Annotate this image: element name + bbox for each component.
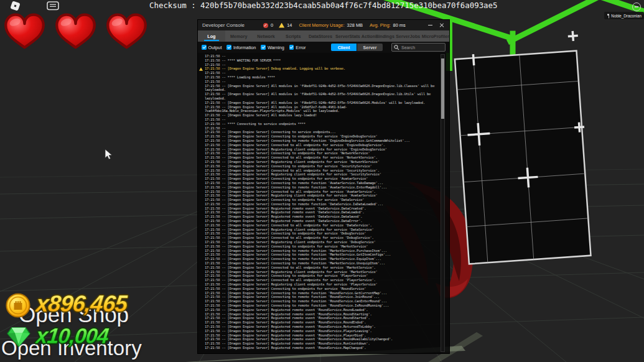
tab-network[interactable]: Network [253, 30, 280, 42]
memory-usage-value: 328 MB [347, 22, 363, 28]
log-row: 17:21:58 -- **** WAITING FOR SERVER **** [205, 58, 439, 63]
player-name: Noble_Draconian [611, 14, 642, 18]
tab-label: ServerJobs [396, 34, 420, 39]
tab-actionbindings[interactable]: ActionBindings [362, 30, 394, 42]
log-row: 17:21:58 -- [Dragon Engine Server] Conne… [205, 151, 439, 155]
tab-label: Log [207, 34, 215, 39]
log-row: 17:21:58 -- [Dragon Engine Server] Regis… [205, 325, 439, 329]
log-row: 17:21:58 -- [Dragon Engine Server] All m… [205, 101, 439, 105]
log-row: 17:21:58 -- [Dragon Engine Server] Regis… [205, 160, 439, 164]
log-row: 17:21:58 -- [Dragon Engine Server] Conne… [205, 291, 439, 295]
player-list-entry[interactable]: Noble_Draconian [604, 12, 644, 19]
log-filters: OutputInformationWarningError [202, 45, 306, 50]
log-row: 17:21:58 -- [Dragon Engine Server] Regis… [205, 193, 439, 198]
log-row: 17:21:58 -- [Dragon Engine Server] Conne… [205, 190, 439, 194]
error-count-icon [263, 23, 268, 28]
builder-hammer-icon [607, 13, 609, 19]
log-row: 17:21:58 -- [Dragon Engine Server] All m… [205, 105, 439, 114]
log-row: 17:21:58 -- **** Loading modules **** [205, 75, 439, 80]
filter-information[interactable]: Information [226, 45, 256, 50]
log-row: 17:21:58 -- [Dragon Engine Server] Regis… [205, 282, 439, 287]
log-row: 17:21:58 -- [Dragon Engine Server] Conne… [205, 253, 439, 257]
console-status: 0 14 Client Memory Usage: 328 MB Avg. Pi… [263, 22, 406, 28]
client-button[interactable]: Client [331, 44, 357, 51]
log-row: 17:21:58 -- [205, 54, 439, 58]
server-button[interactable]: Server [357, 44, 383, 51]
log-row: 17:21:58 -- [Dragon Engine Server] Regis… [205, 207, 439, 211]
search-input[interactable]: Search [391, 43, 446, 52]
chat-icon[interactable] [47, 1, 60, 14]
tab-serverstats[interactable]: ServerStats [334, 30, 362, 42]
log-list: 17:21:58 --17:21:58 -- **** WAITING FOR … [198, 53, 449, 350]
console-title-bar[interactable]: Developer Console 0 14 Client Memory Usa… [198, 20, 449, 30]
log-row: 17:21:58 -- [Dragon Engine Server] Regis… [205, 240, 439, 244]
coin-icon [6, 293, 30, 318]
memory-usage-label: Client Memory Usage: [299, 22, 344, 28]
tab-log[interactable]: Log [198, 30, 225, 42]
log-row: 17:21:58 -- [Dragon Engine Server] All m… [205, 92, 439, 101]
filter-warning[interactable]: Warning [261, 45, 284, 50]
console-tabs: LogMemoryNetworkScriptsDataStoresServerS… [198, 30, 449, 42]
log-row: 17:21:58 -- [Dragon Engine Server] Conne… [205, 299, 439, 304]
log-row: 17:21:58 -- [Dragon Engine Server] All m… [205, 113, 439, 118]
log-row: 17:21:58 -- [Dragon Engine Server] Conne… [205, 143, 439, 147]
log-row: 17:21:58 -- [Dragon Engine Server] Conne… [205, 202, 439, 207]
log-row: 17:21:58 -- [Dragon Engine Server] Conne… [205, 223, 439, 228]
tab-label: MicroProfiler [422, 34, 449, 39]
log-row: 17:21:58 -- [Dragon Engine Server] Conne… [205, 155, 439, 160]
filter-output[interactable]: Output [202, 45, 222, 50]
log-row: 17:21:58 -- [Dragon Engine Server] Conne… [205, 274, 439, 278]
log-row: 17:21:58 -- [Dragon Engine Server] Conne… [205, 181, 439, 185]
heart-icon [2, 12, 47, 50]
log-row: 17:21:58 -- [Dragon Engine Server] Conne… [205, 249, 439, 253]
tab-memory[interactable]: Memory [225, 30, 253, 42]
log-row: 17:21:58 -- [Dragon Engine Server] Regis… [205, 228, 439, 232]
log-row: 17:21:58 -- [Dragon Engine Server] Conne… [205, 266, 439, 270]
checkbox-icon[interactable] [289, 45, 294, 50]
log-row: 17:21:58 -- [Dragon Engine Server] Conne… [205, 244, 439, 249]
log-row: 17:21:58 -- [Dragon Engine Server] Regis… [205, 316, 439, 320]
log-row: 17:21:58 -- [Dragon Engine Server] Conne… [205, 257, 439, 261]
log-row: 17:21:58 -- [Dragon Engine Server] Conne… [205, 278, 439, 282]
log-row: 17:21:58 -- [Dragon Engine Server] Regis… [205, 320, 439, 325]
tab-microprofiler[interactable]: MicroProfiler [422, 30, 449, 42]
log-row: 17:21:58 -- [Dragon Engine Server] All m… [205, 84, 439, 93]
heart-icon [54, 12, 98, 50]
gem-icon [6, 326, 32, 348]
filter-label: Information [233, 45, 256, 50]
log-row: 17:21:58 -- [Dragon Engine Server] Conne… [205, 236, 439, 240]
tab-serverjobs[interactable]: ServerJobs [394, 30, 422, 42]
filter-label: Warning [268, 45, 284, 50]
log-row: 17:21:58 -- [Dragon Engine Server] Regis… [205, 308, 439, 312]
log-row: 17:21:58 -- [205, 63, 439, 67]
checkbox-icon[interactable] [226, 45, 231, 50]
filter-error[interactable]: Error [289, 45, 306, 50]
log-row: 17:21:58 -- [Dragon Engine Server] Conne… [205, 177, 439, 181]
tab-scripts[interactable]: Scripts [279, 30, 307, 42]
checkbox-icon[interactable] [261, 45, 266, 50]
log-row: 17:21:58 -- [205, 71, 439, 75]
log-row: 17:21:58 -- [Dragon Engine Server] Debug… [205, 67, 439, 71]
selfview-circle-icon[interactable] [632, 2, 641, 11]
log-row: 17:21:58 -- [Dragon Engine Server] Conne… [205, 304, 439, 308]
scrollbar-thumb[interactable] [441, 58, 444, 119]
tab-label: Network [257, 34, 274, 39]
tab-datastores[interactable]: DataStores [307, 30, 334, 42]
developer-console-window: Developer Console 0 14 Client Memory Usa… [198, 20, 449, 353]
tab-label: ServerStats [335, 34, 360, 39]
search-placeholder: Search [401, 45, 415, 50]
minimize-icon[interactable] [428, 25, 432, 26]
close-icon[interactable] [439, 23, 444, 28]
game-viewport: Checksum : 420bf5b70baeb332d23b4caab5ab0… [0, 0, 644, 362]
log-row: 17:21:58 -- [Dragon Engine Server] Conne… [205, 130, 439, 134]
tab-label: ActionBindings [362, 34, 394, 39]
log-row: 17:21:58 -- [Dragon Engine Server] Regis… [205, 333, 439, 338]
log-scrollbar[interactable] [441, 54, 445, 352]
console-log-area[interactable]: 17:21:58 --17:21:58 -- **** WAITING FOR … [198, 53, 449, 353]
tab-label: Scripts [286, 34, 301, 39]
ping-value: 80 ms [393, 22, 406, 28]
log-row: 17:21:58 -- [Dragon Engine Server] Conne… [205, 295, 439, 299]
checkbox-icon[interactable] [202, 45, 207, 50]
ping-label: Avg. Ping: [370, 22, 391, 28]
log-row: 17:21:58 -- [Dragon Engine Server] Conne… [205, 164, 439, 169]
